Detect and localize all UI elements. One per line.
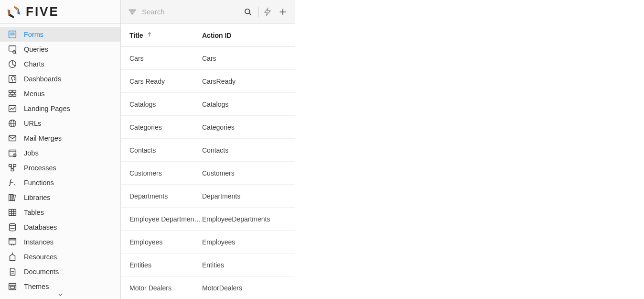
cell-title: Categories bbox=[121, 123, 202, 131]
lightning-icon bbox=[263, 7, 272, 17]
sidebar-item-dashboards[interactable]: Dashboards bbox=[0, 71, 120, 86]
sidebar-item-label: Themes bbox=[20, 283, 49, 290]
cell-action-id: Categories bbox=[202, 123, 295, 131]
cell-title: Departments bbox=[121, 192, 202, 200]
column-header-title-label: Title bbox=[129, 32, 143, 39]
document-icon bbox=[5, 266, 20, 277]
sidebar-item-mail-merges[interactable]: Mail Merges bbox=[0, 131, 120, 145]
sidebar: FIVE FormsQueriesChartsDashboardsMenusLa… bbox=[0, 0, 121, 299]
sidebar-item-forms[interactable]: Forms bbox=[0, 27, 120, 42]
library-icon bbox=[5, 192, 20, 203]
sidebar-item-menus[interactable]: Menus bbox=[0, 86, 120, 101]
sidebar-item-tables[interactable]: Tables bbox=[0, 205, 120, 220]
quick-action-button[interactable] bbox=[260, 5, 275, 19]
sidebar-item-label: Processes bbox=[20, 164, 56, 172]
cell-action-id: MotorDealers bbox=[202, 284, 295, 292]
sidebar-item-label: Libraries bbox=[20, 194, 51, 201]
svg-rect-8 bbox=[9, 90, 12, 92]
table[interactable]: Title Action ID CarsCarsCars ReadyCarsRe… bbox=[121, 24, 295, 299]
toolbar-divider bbox=[258, 7, 258, 17]
column-header-action-id[interactable]: Action ID bbox=[202, 32, 295, 39]
sidebar-item-databases[interactable]: Databases bbox=[0, 220, 120, 234]
cell-action-id: Contacts bbox=[202, 146, 295, 154]
sidebar-item-label: Forms bbox=[20, 31, 43, 38]
cell-title: Entities bbox=[121, 261, 202, 269]
svg-line-50 bbox=[249, 13, 251, 15]
sidebar-item-label: Queries bbox=[20, 45, 48, 53]
dashboard-icon bbox=[5, 74, 20, 84]
table-row[interactable]: Motor DealersMotorDealers bbox=[121, 277, 295, 299]
sidebar-item-label: Charts bbox=[20, 60, 44, 68]
cell-action-id: Cars bbox=[202, 55, 295, 62]
sidebar-item-themes[interactable]: Themes bbox=[0, 279, 120, 290]
jobs-icon bbox=[5, 148, 20, 158]
logo[interactable]: FIVE bbox=[0, 0, 120, 24]
svg-rect-26 bbox=[11, 168, 14, 171]
search-input[interactable] bbox=[140, 6, 240, 18]
function-icon: x bbox=[5, 177, 20, 188]
sidebar-item-label: Resources bbox=[20, 253, 57, 261]
sidebar-item-documents[interactable]: Documents bbox=[0, 264, 120, 279]
svg-rect-32 bbox=[13, 195, 15, 200]
table-row[interactable]: EmployeesEmployees bbox=[121, 231, 295, 254]
table-row[interactable]: CustomersCustomers bbox=[121, 162, 295, 185]
cell-action-id: EmployeeDepartments bbox=[202, 215, 295, 223]
sidebar-item-charts[interactable]: Charts bbox=[0, 56, 120, 71]
cell-action-id: Departments bbox=[202, 192, 295, 200]
table-row[interactable]: CategoriesCategories bbox=[121, 116, 295, 139]
sidebar-item-urls[interactable]: URLs bbox=[0, 116, 120, 131]
logo-text: FIVE bbox=[26, 4, 59, 19]
query-icon bbox=[5, 44, 20, 55]
svg-rect-0 bbox=[9, 31, 16, 38]
sidebar-item-label: Mail Merges bbox=[20, 134, 62, 142]
sidebar-item-landing-pages[interactable]: Landing Pages bbox=[0, 101, 120, 116]
cell-action-id: Entities bbox=[202, 261, 295, 269]
plus-icon bbox=[278, 7, 288, 17]
sidebar-item-functions[interactable]: xFunctions bbox=[0, 175, 120, 190]
sidebar-item-resources[interactable]: Resources bbox=[0, 249, 120, 264]
table-header: Title Action ID bbox=[121, 24, 295, 47]
sidebar-expand-button[interactable] bbox=[0, 290, 120, 299]
svg-point-49 bbox=[245, 9, 250, 13]
svg-rect-3 bbox=[9, 45, 16, 51]
search-icon bbox=[243, 7, 253, 17]
sidebar-item-label: Jobs bbox=[20, 149, 39, 157]
table-row[interactable]: DepartmentsDepartments bbox=[121, 185, 295, 208]
table-row[interactable]: Cars ReadyCarsReady bbox=[121, 70, 295, 93]
cell-title: Contacts bbox=[121, 146, 202, 154]
url-icon bbox=[5, 118, 20, 129]
column-header-title[interactable]: Title bbox=[121, 31, 202, 39]
cell-action-id: Catalogs bbox=[202, 100, 295, 108]
form-icon bbox=[5, 29, 20, 40]
sort-ascending-icon bbox=[146, 31, 153, 39]
add-button[interactable] bbox=[276, 5, 290, 19]
table-row[interactable]: EntitiesEntities bbox=[121, 254, 295, 277]
cell-title: Employee Departmen… bbox=[121, 215, 202, 223]
sidebar-item-label: Landing Pages bbox=[20, 105, 70, 112]
landing-icon bbox=[5, 103, 20, 114]
sidebar-item-libraries[interactable]: Libraries bbox=[0, 190, 120, 205]
svg-rect-48 bbox=[10, 287, 14, 288]
cell-title: Motor Dealers bbox=[121, 284, 202, 292]
svg-rect-40 bbox=[9, 238, 16, 240]
app-root: FIVE FormsQueriesChartsDashboardsMenusLa… bbox=[0, 0, 644, 299]
chevron-down-icon bbox=[57, 291, 64, 298]
cell-action-id: CarsReady bbox=[202, 78, 295, 85]
sidebar-item-instances[interactable]: Instances bbox=[0, 234, 120, 249]
table-row[interactable]: Employee Departmen…EmployeeDepartments bbox=[121, 208, 295, 231]
list-panel: Title Action ID CarsCarsCars ReadyCarsRe… bbox=[121, 0, 295, 299]
table-row[interactable]: ContactsContacts bbox=[121, 139, 295, 162]
table-row[interactable]: CatalogsCatalogs bbox=[121, 93, 295, 116]
cell-action-id: Employees bbox=[202, 238, 295, 246]
svg-rect-25 bbox=[13, 164, 16, 166]
sidebar-item-processes[interactable]: Processes bbox=[0, 160, 120, 175]
sidebar-item-label: Tables bbox=[20, 209, 44, 216]
filter-button[interactable] bbox=[126, 5, 139, 19]
svg-text:x: x bbox=[14, 182, 16, 187]
table-row[interactable]: CarsCars bbox=[121, 47, 295, 70]
sidebar-item-queries[interactable]: Queries bbox=[0, 42, 120, 56]
sidebar-item-label: Dashboards bbox=[20, 75, 61, 83]
table-icon bbox=[5, 207, 20, 218]
search-button[interactable] bbox=[241, 5, 255, 19]
sidebar-item-jobs[interactable]: Jobs bbox=[0, 145, 120, 160]
